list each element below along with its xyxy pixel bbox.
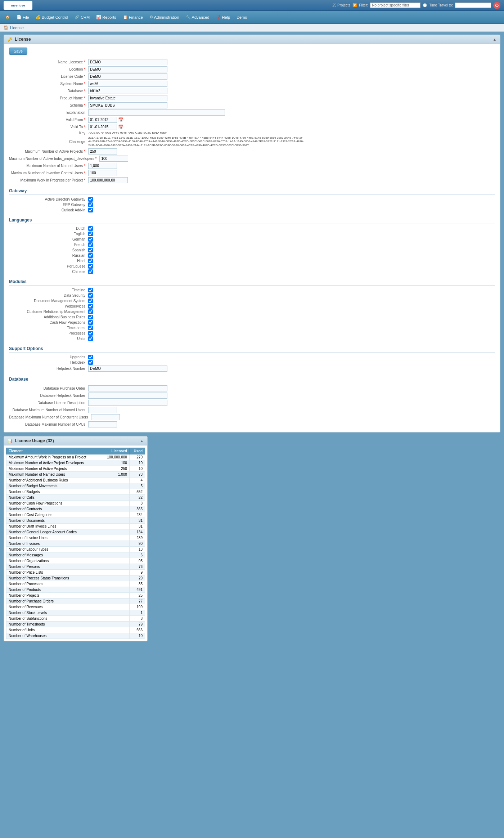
breadcrumb-license[interactable]: License <box>10 26 24 30</box>
menu-budget-control[interactable]: 💰 Budget Control <box>33 13 71 21</box>
language-checkbox-3[interactable] <box>88 242 93 247</box>
explanation-row: Explanation <box>9 109 495 116</box>
language-checkbox-7[interactable] <box>88 264 93 269</box>
valid-from-input[interactable] <box>88 117 117 123</box>
menu-demo[interactable]: Demo <box>234 14 250 21</box>
max-named-users-input[interactable] <box>88 163 117 169</box>
usage-element-24: Number of Projects <box>6 593 101 599</box>
filter-input[interactable] <box>370 3 420 8</box>
usage-used-22: 35 <box>129 581 145 587</box>
outlook-checkbox[interactable] <box>88 208 93 212</box>
usage-element-26: Number of Revenues <box>6 604 101 610</box>
license-code-input[interactable] <box>88 73 167 80</box>
language-checkbox-6[interactable] <box>88 259 93 263</box>
module-checkbox-0[interactable] <box>88 288 93 292</box>
valid-to-input[interactable] <box>88 124 117 130</box>
module-checkbox-5[interactable] <box>88 315 93 319</box>
language-checkbox-0[interactable] <box>88 226 93 231</box>
collapse-icon[interactable]: ▲ <box>493 37 496 41</box>
module-checkbox-8[interactable] <box>88 331 93 336</box>
name-licensee-input[interactable] <box>88 59 167 65</box>
challenge-value: 2C1A-1715-1D11-4413-1349-311D-1517-1A9C-… <box>88 136 304 147</box>
upgrades-label: Upgrades <box>9 355 88 359</box>
language-label-0: Dutch <box>9 227 88 230</box>
db-purchase-order-input[interactable] <box>88 385 167 391</box>
table-row: Number of Processes 35 <box>6 581 145 587</box>
language-checkbox-4[interactable] <box>88 248 93 252</box>
key-value: 72CE-EC70-7A31-AFF2-0348-FA82-C1B3-EC2C-… <box>88 131 167 135</box>
outlook-label: Outlook Add-In <box>9 208 88 212</box>
db-license-description-input[interactable] <box>88 400 167 406</box>
usage-licensed-3: 1.000 <box>101 472 129 478</box>
menu-file[interactable]: 📄 File <box>14 13 32 21</box>
save-button[interactable]: Save <box>9 48 27 55</box>
power-button[interactable]: ⏻ <box>493 2 500 9</box>
max-active-developers-label: Maximum Number of Active bubs_project_de… <box>9 157 99 161</box>
helpdesk-checkbox[interactable] <box>88 360 93 365</box>
table-row: Number of Invoice Lines 289 <box>6 535 145 541</box>
language-checkbox-8[interactable] <box>88 269 93 274</box>
database-input[interactable] <box>88 88 167 94</box>
active-directory-checkbox[interactable] <box>88 197 93 202</box>
language-checkbox-1[interactable] <box>88 232 93 236</box>
table-row: Number of Additional Business Rules 4 <box>6 478 145 483</box>
system-name-input[interactable] <box>88 81 167 87</box>
product-name-input[interactable] <box>88 95 167 101</box>
menu-reports[interactable]: 📊 Reports <box>93 13 119 21</box>
language-row-8: Chinese <box>9 269 495 274</box>
db-max-named-users-input[interactable] <box>88 407 117 413</box>
usage-licensed-23 <box>101 587 129 593</box>
menu-help[interactable]: ❓ Help <box>213 13 233 21</box>
table-row: Number of Documents 31 <box>6 518 145 524</box>
time-travel-input[interactable] <box>455 3 491 8</box>
menu-budget-label: Budget Control <box>42 15 68 19</box>
table-row: Number of Revenues 199 <box>6 604 145 610</box>
max-active-projects-input[interactable] <box>88 148 117 154</box>
calendar-icon-from[interactable]: 📅 <box>118 117 123 122</box>
location-input[interactable] <box>88 66 167 72</box>
usage-element-10: Number of Cost Categories <box>6 512 101 518</box>
schema-input[interactable] <box>88 102 167 108</box>
usage-element-27: Number of Stock Levels <box>6 610 101 616</box>
max-active-developers-input[interactable] <box>99 156 128 162</box>
module-checkbox-1[interactable] <box>88 293 93 298</box>
usage-licensed-2: 250 <box>101 466 129 472</box>
menu-home[interactable]: 🏠 <box>2 13 13 21</box>
system-name-label: System Name <box>9 82 88 86</box>
usage-used-31: 10 <box>129 633 145 639</box>
max-wip-row: Maximum Work in Progress per Project <box>9 177 495 183</box>
usage-licensed-16 <box>101 547 129 552</box>
menu-advanced-label: Advanced <box>192 15 210 19</box>
menu-advanced[interactable]: 🔧 Advanced <box>183 13 212 21</box>
db-max-cpus-input[interactable] <box>88 421 117 427</box>
db-helpdesk-number-input[interactable] <box>88 393 167 399</box>
menu-administration[interactable]: ⚙ Administration <box>147 13 182 21</box>
module-checkbox-7[interactable] <box>88 326 93 330</box>
max-invantive-control-input[interactable] <box>88 170 117 176</box>
usage-panel-title: License Usage (32) <box>15 438 54 443</box>
calendar-icon-to[interactable]: 📅 <box>118 125 123 130</box>
system-name-row: System Name <box>9 81 495 87</box>
menu-crm[interactable]: 🔗 CRM <box>72 13 93 21</box>
db-max-concurrent-input[interactable] <box>91 414 120 420</box>
upgrades-checkbox[interactable] <box>88 355 93 359</box>
erp-gateway-checkbox[interactable] <box>88 202 93 207</box>
module-checkbox-3[interactable] <box>88 304 93 309</box>
usage-collapse-icon[interactable]: ▲ <box>140 439 144 443</box>
module-checkbox-9[interactable] <box>88 336 93 341</box>
max-named-users-label: Maximum Number of Named Users <box>9 164 88 168</box>
module-checkbox-4[interactable] <box>88 309 93 314</box>
module-checkbox-2[interactable] <box>88 299 93 303</box>
module-checkbox-6[interactable] <box>88 320 93 325</box>
usage-licensed-15 <box>101 541 129 547</box>
menu-finance[interactable]: 📋 Finance <box>120 13 146 21</box>
language-checkbox-5[interactable] <box>88 253 93 258</box>
app-logo: inventive <box>4 1 32 10</box>
max-wip-input[interactable] <box>88 177 128 183</box>
product-name-label: Product Name <box>9 96 88 100</box>
usage-licensed-1: 100 <box>101 460 129 466</box>
helpdesk-number-input[interactable] <box>88 366 167 372</box>
helpdesk-number-label: Helpdesk Number <box>9 367 88 371</box>
language-checkbox-2[interactable] <box>88 237 93 242</box>
explanation-input[interactable] <box>88 109 225 116</box>
